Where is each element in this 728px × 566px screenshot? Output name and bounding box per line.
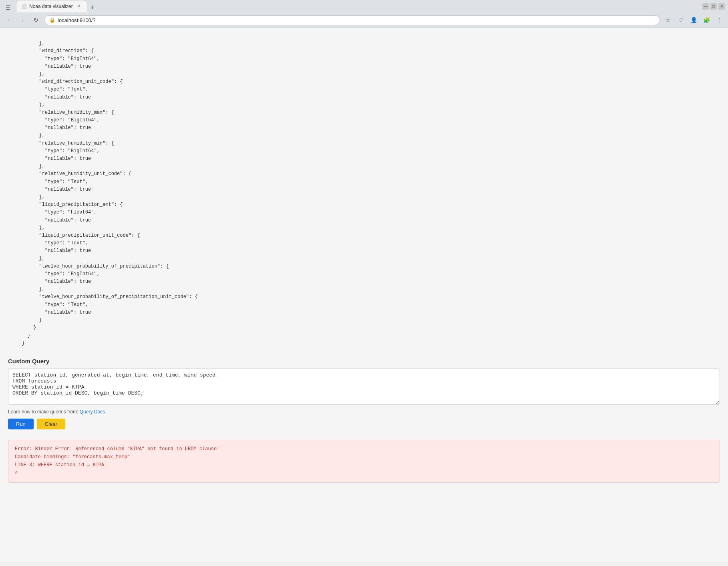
close-button[interactable]: ✕ bbox=[718, 3, 725, 10]
back-button[interactable]: ‹ bbox=[3, 14, 14, 26]
tab-close-button[interactable]: ✕ bbox=[75, 3, 82, 10]
maximize-button[interactable]: □ bbox=[710, 3, 717, 10]
error-box: Error: Binder Error: Referenced column "… bbox=[8, 440, 720, 483]
browser-chrome: ☰ ⬜ Noaa data visualizer ✕ + — □ ✕ ‹ › ↻… bbox=[0, 0, 728, 28]
error-line-4: ^ bbox=[15, 469, 713, 477]
profile-icon[interactable]: 👤 bbox=[688, 14, 699, 26]
tab-page-icon: ⬜ bbox=[21, 4, 27, 9]
minimize-button[interactable]: — bbox=[702, 3, 709, 10]
query-help: Learn how to make queries from: Query Do… bbox=[8, 409, 720, 415]
address-bar[interactable]: 🔒 localhost:9100/? bbox=[44, 15, 660, 25]
json-display: }, "wind_direction": { "type": "BigInt64… bbox=[0, 28, 728, 351]
query-docs-link[interactable]: Query Docs bbox=[80, 409, 105, 415]
chrome-menu-icon[interactable]: ☰ bbox=[6, 4, 11, 11]
toolbar-icons: ☆ ♡ 👤 🧩 ⋮ bbox=[662, 14, 725, 26]
query-textarea[interactable]: SELECT station_id, generated_at, begin_t… bbox=[8, 369, 720, 405]
tab-title: Noaa data visualizer bbox=[29, 4, 73, 9]
window-buttons: — □ ✕ bbox=[699, 2, 728, 11]
custom-query-title: Custom Query bbox=[8, 358, 720, 365]
tab-window-controls: ☰ ⬜ Noaa data visualizer ✕ + — □ ✕ bbox=[0, 0, 728, 12]
reload-button[interactable]: ↻ bbox=[30, 14, 42, 26]
address-bar-row: ‹ › ↻ 🔒 localhost:9100/? ☆ ♡ 👤 🧩 ⋮ bbox=[0, 12, 728, 28]
menu-icon[interactable]: ⋮ bbox=[714, 14, 725, 26]
tab-strip: ☰ ⬜ Noaa data visualizer ✕ + bbox=[0, 0, 699, 12]
error-line-2: Candidate bindings: "forecasts.max_temp" bbox=[15, 453, 713, 461]
custom-query-section: Custom Query SELECT station_id, generate… bbox=[0, 351, 728, 436]
error-line-1: Error: Binder Error: Referenced column "… bbox=[15, 445, 713, 453]
bookmarks-icon[interactable]: ☆ bbox=[662, 14, 674, 26]
query-help-text: Learn how to make queries from: bbox=[8, 409, 78, 415]
security-icon: 🔒 bbox=[49, 17, 55, 23]
extensions-icon[interactable]: 🧩 bbox=[701, 14, 712, 26]
url-text: localhost:9100/? bbox=[58, 17, 655, 23]
error-line-3: LINE 3: WHERE station_id = KTPA bbox=[15, 461, 713, 469]
heart-icon[interactable]: ♡ bbox=[675, 14, 686, 26]
query-buttons: Run Clear bbox=[8, 419, 720, 429]
clear-button[interactable]: Clear bbox=[37, 419, 65, 429]
new-tab-button[interactable]: + bbox=[87, 2, 98, 12]
run-button[interactable]: Run bbox=[8, 419, 34, 429]
active-tab[interactable]: ⬜ Noaa data visualizer ✕ bbox=[16, 0, 87, 12]
page-content: }, "wind_direction": { "type": "BigInt64… bbox=[0, 28, 728, 562]
forward-button[interactable]: › bbox=[17, 14, 28, 26]
